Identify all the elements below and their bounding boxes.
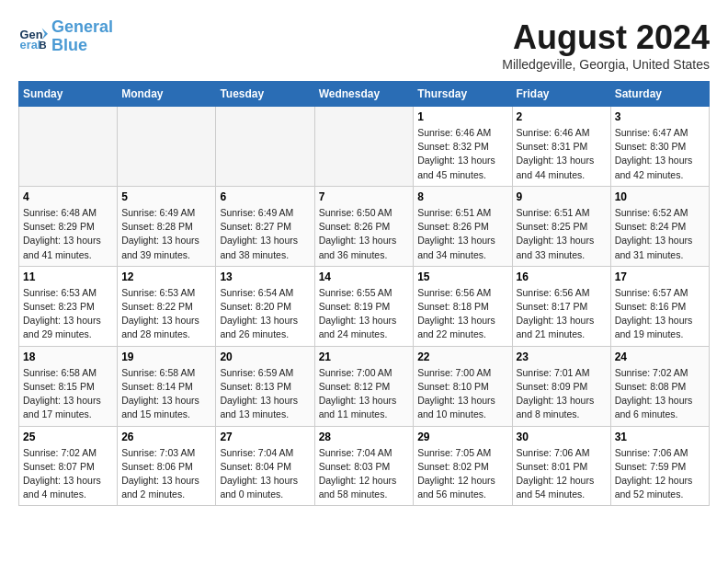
location: Milledgeville, Georgia, United States	[502, 57, 710, 72]
calendar-cell: 28Sunrise: 7:04 AM Sunset: 8:03 PM Dayli…	[314, 426, 414, 506]
calendar-week-row: 11Sunrise: 6:53 AM Sunset: 8:23 PM Dayli…	[19, 266, 710, 346]
logo: Gen eral B General Blue	[18, 18, 113, 55]
day-info: Sunrise: 6:59 AM Sunset: 8:13 PM Dayligh…	[220, 366, 310, 422]
day-number: 1	[417, 110, 507, 123]
day-info: Sunrise: 7:02 AM Sunset: 8:07 PM Dayligh…	[23, 446, 113, 502]
day-info: Sunrise: 6:58 AM Sunset: 8:14 PM Dayligh…	[121, 366, 211, 422]
day-info: Sunrise: 6:52 AM Sunset: 8:24 PM Dayligh…	[615, 206, 705, 262]
day-info: Sunrise: 7:00 AM Sunset: 8:12 PM Dayligh…	[319, 366, 410, 422]
day-info: Sunrise: 7:03 AM Sunset: 8:06 PM Dayligh…	[121, 446, 211, 502]
calendar-cell: 17Sunrise: 6:57 AM Sunset: 8:16 PM Dayli…	[610, 266, 709, 346]
calendar-cell: 16Sunrise: 6:56 AM Sunset: 8:17 PM Dayli…	[512, 266, 610, 346]
calendar-cell: 6Sunrise: 6:49 AM Sunset: 8:27 PM Daylig…	[216, 186, 314, 266]
day-info: Sunrise: 7:04 AM Sunset: 8:04 PM Dayligh…	[220, 446, 310, 502]
calendar-week-row: 1Sunrise: 6:46 AM Sunset: 8:32 PM Daylig…	[19, 107, 710, 187]
svg-marker-2	[42, 28, 48, 40]
day-number: 19	[121, 350, 211, 363]
calendar-cell: 19Sunrise: 6:58 AM Sunset: 8:14 PM Dayli…	[118, 346, 216, 426]
day-info: Sunrise: 6:49 AM Sunset: 8:28 PM Dayligh…	[121, 206, 211, 262]
weekday-header: Thursday	[414, 82, 512, 107]
calendar-cell: 7Sunrise: 6:50 AM Sunset: 8:26 PM Daylig…	[314, 186, 414, 266]
calendar-cell: 18Sunrise: 6:58 AM Sunset: 8:15 PM Dayli…	[19, 346, 118, 426]
day-info: Sunrise: 6:56 AM Sunset: 8:18 PM Dayligh…	[417, 286, 507, 342]
calendar-cell: 20Sunrise: 6:59 AM Sunset: 8:13 PM Dayli…	[216, 346, 314, 426]
day-number: 20	[220, 350, 310, 363]
logo-line2: Blue	[51, 36, 87, 54]
logo-text: General Blue	[51, 18, 113, 55]
weekday-header: Friday	[512, 82, 610, 107]
day-info: Sunrise: 6:48 AM Sunset: 8:29 PM Dayligh…	[23, 206, 113, 262]
calendar-cell: 12Sunrise: 6:53 AM Sunset: 8:22 PM Dayli…	[118, 266, 216, 346]
weekday-header-row: SundayMondayTuesdayWednesdayThursdayFrid…	[19, 82, 710, 107]
day-info: Sunrise: 6:46 AM Sunset: 8:31 PM Dayligh…	[517, 126, 607, 182]
day-info: Sunrise: 7:02 AM Sunset: 8:08 PM Dayligh…	[615, 366, 705, 422]
calendar-cell: 1Sunrise: 6:46 AM Sunset: 8:32 PM Daylig…	[414, 107, 512, 187]
day-info: Sunrise: 6:51 AM Sunset: 8:25 PM Dayligh…	[517, 206, 607, 262]
title-block: August 2024 Milledgeville, Georgia, Unit…	[502, 18, 710, 72]
day-info: Sunrise: 7:05 AM Sunset: 8:02 PM Dayligh…	[417, 446, 507, 502]
calendar-cell: 23Sunrise: 7:01 AM Sunset: 8:09 PM Dayli…	[512, 346, 610, 426]
calendar-cell: 2Sunrise: 6:46 AM Sunset: 8:31 PM Daylig…	[512, 107, 610, 187]
calendar-cell: 3Sunrise: 6:47 AM Sunset: 8:30 PM Daylig…	[610, 107, 709, 187]
day-number: 2	[517, 110, 607, 123]
day-info: Sunrise: 6:58 AM Sunset: 8:15 PM Dayligh…	[23, 366, 113, 422]
day-number: 17	[615, 270, 705, 283]
logo-icon: Gen eral B	[18, 22, 48, 52]
calendar-cell	[19, 107, 118, 187]
day-info: Sunrise: 6:51 AM Sunset: 8:26 PM Dayligh…	[417, 206, 507, 262]
month-year: August 2024	[502, 18, 710, 57]
calendar-cell	[118, 107, 216, 187]
day-number: 23	[517, 350, 607, 363]
calendar-cell: 21Sunrise: 7:00 AM Sunset: 8:12 PM Dayli…	[314, 346, 414, 426]
calendar-week-row: 25Sunrise: 7:02 AM Sunset: 8:07 PM Dayli…	[19, 426, 710, 506]
day-info: Sunrise: 7:06 AM Sunset: 8:01 PM Dayligh…	[517, 446, 607, 502]
calendar-cell	[216, 107, 314, 187]
day-number: 15	[417, 270, 507, 283]
page-header: Gen eral B General Blue August 2024 Mill…	[18, 18, 710, 72]
day-number: 13	[220, 270, 310, 283]
weekday-header: Saturday	[610, 82, 709, 107]
day-info: Sunrise: 7:04 AM Sunset: 8:03 PM Dayligh…	[319, 446, 410, 502]
day-number: 9	[517, 190, 607, 203]
day-info: Sunrise: 6:49 AM Sunset: 8:27 PM Dayligh…	[220, 206, 310, 262]
day-info: Sunrise: 6:54 AM Sunset: 8:20 PM Dayligh…	[220, 286, 310, 342]
day-number: 18	[23, 350, 113, 363]
day-number: 31	[615, 431, 705, 443]
calendar-cell: 27Sunrise: 7:04 AM Sunset: 8:04 PM Dayli…	[216, 426, 314, 506]
day-info: Sunrise: 6:46 AM Sunset: 8:32 PM Dayligh…	[417, 126, 507, 182]
day-number: 29	[417, 431, 507, 443]
calendar-cell: 26Sunrise: 7:03 AM Sunset: 8:06 PM Dayli…	[118, 426, 216, 506]
day-info: Sunrise: 7:00 AM Sunset: 8:10 PM Dayligh…	[417, 366, 507, 422]
day-number: 8	[417, 190, 507, 203]
day-info: Sunrise: 6:55 AM Sunset: 8:19 PM Dayligh…	[319, 286, 410, 342]
day-number: 11	[23, 270, 113, 283]
svg-text:B: B	[39, 40, 46, 51]
calendar-cell: 25Sunrise: 7:02 AM Sunset: 8:07 PM Dayli…	[19, 426, 118, 506]
day-number: 16	[517, 270, 607, 283]
weekday-header: Tuesday	[216, 82, 314, 107]
weekday-header: Wednesday	[314, 82, 414, 107]
svg-text:eral: eral	[20, 38, 41, 52]
day-number: 21	[319, 350, 410, 363]
day-number: 22	[417, 350, 507, 363]
day-info: Sunrise: 6:47 AM Sunset: 8:30 PM Dayligh…	[615, 126, 705, 182]
calendar-cell: 5Sunrise: 6:49 AM Sunset: 8:28 PM Daylig…	[118, 186, 216, 266]
calendar-cell: 31Sunrise: 7:06 AM Sunset: 7:59 PM Dayli…	[610, 426, 709, 506]
day-number: 6	[220, 190, 310, 203]
calendar-cell: 9Sunrise: 6:51 AM Sunset: 8:25 PM Daylig…	[512, 186, 610, 266]
calendar-week-row: 4Sunrise: 6:48 AM Sunset: 8:29 PM Daylig…	[19, 186, 710, 266]
day-number: 27	[220, 431, 310, 443]
calendar-cell: 13Sunrise: 6:54 AM Sunset: 8:20 PM Dayli…	[216, 266, 314, 346]
calendar-table: SundayMondayTuesdayWednesdayThursdayFrid…	[18, 81, 710, 506]
day-info: Sunrise: 6:56 AM Sunset: 8:17 PM Dayligh…	[517, 286, 607, 342]
day-number: 24	[615, 350, 705, 363]
day-number: 4	[23, 190, 113, 203]
day-number: 10	[615, 190, 705, 203]
day-info: Sunrise: 7:06 AM Sunset: 7:59 PM Dayligh…	[615, 446, 705, 502]
day-info: Sunrise: 6:53 AM Sunset: 8:22 PM Dayligh…	[121, 286, 211, 342]
day-info: Sunrise: 7:01 AM Sunset: 8:09 PM Dayligh…	[517, 366, 607, 422]
calendar-cell: 29Sunrise: 7:05 AM Sunset: 8:02 PM Dayli…	[414, 426, 512, 506]
day-info: Sunrise: 6:57 AM Sunset: 8:16 PM Dayligh…	[615, 286, 705, 342]
day-info: Sunrise: 6:53 AM Sunset: 8:23 PM Dayligh…	[23, 286, 113, 342]
day-number: 28	[319, 431, 410, 443]
